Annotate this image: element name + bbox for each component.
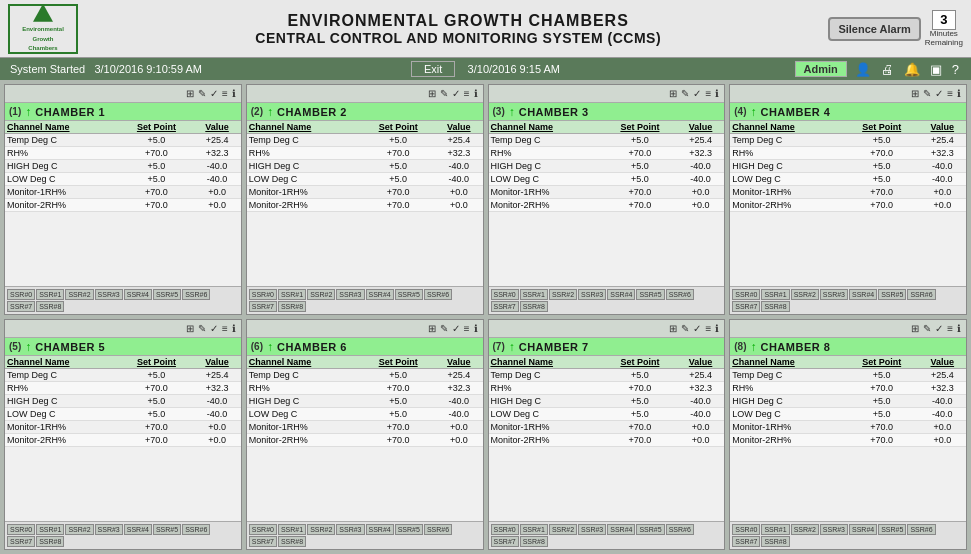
toolbar-grid-icon[interactable]: ⊞ [668, 88, 678, 99]
ssr-button[interactable]: SSR#1 [36, 524, 64, 535]
user-icon[interactable]: 👤 [853, 62, 873, 77]
toolbar-check-icon[interactable]: ✓ [209, 88, 219, 99]
ssr-button[interactable]: SSR#3 [95, 524, 123, 535]
ssr-button[interactable]: SSR#8 [761, 536, 789, 547]
ssr-button[interactable]: SSR#3 [820, 524, 848, 535]
ssr-button[interactable]: SSR#5 [153, 524, 181, 535]
ssr-button[interactable]: SSR#0 [732, 524, 760, 535]
ssr-button[interactable]: SSR#4 [849, 289, 877, 300]
chamber-name-1[interactable]: CHAMBER 1 [35, 106, 105, 118]
toolbar-grid-icon[interactable]: ⊞ [910, 88, 920, 99]
toolbar-info-icon[interactable]: ℹ [956, 323, 962, 334]
print-icon[interactable]: 🖨 [879, 62, 896, 77]
ssr-button[interactable]: SSR#0 [732, 289, 760, 300]
ssr-button[interactable]: SSR#8 [761, 301, 789, 312]
chamber-name-7[interactable]: CHAMBER 7 [519, 341, 589, 353]
toolbar-check-icon[interactable]: ✓ [451, 88, 461, 99]
toolbar-list-icon[interactable]: ≡ [704, 88, 712, 99]
ssr-button[interactable]: SSR#0 [491, 289, 519, 300]
ssr-button[interactable]: SSR#3 [578, 289, 606, 300]
toolbar-info-icon[interactable]: ℹ [956, 88, 962, 99]
ssr-button[interactable]: SSR#4 [366, 524, 394, 535]
ssr-button[interactable]: SSR#8 [520, 536, 548, 547]
window-icon[interactable]: ▣ [928, 62, 944, 77]
chamber-name-5[interactable]: CHAMBER 5 [35, 341, 105, 353]
admin-label[interactable]: Admin [795, 61, 847, 77]
ssr-button[interactable]: SSR#8 [278, 301, 306, 312]
toolbar-edit-icon[interactable]: ✎ [439, 88, 449, 99]
ssr-button[interactable]: SSR#4 [124, 524, 152, 535]
help-icon[interactable]: ? [950, 62, 961, 77]
ssr-button[interactable]: SSR#6 [424, 289, 452, 300]
ssr-button[interactable]: SSR#2 [791, 289, 819, 300]
ssr-button[interactable]: SSR#5 [878, 289, 906, 300]
ssr-button[interactable]: SSR#6 [666, 289, 694, 300]
ssr-button[interactable]: SSR#6 [666, 524, 694, 535]
ssr-button[interactable]: SSR#2 [791, 524, 819, 535]
ssr-button[interactable]: SSR#1 [520, 524, 548, 535]
ssr-button[interactable]: SSR#8 [36, 536, 64, 547]
ssr-button[interactable]: SSR#4 [607, 289, 635, 300]
toolbar-list-icon[interactable]: ≡ [946, 88, 954, 99]
ssr-button[interactable]: SSR#1 [278, 289, 306, 300]
toolbar-check-icon[interactable]: ✓ [692, 88, 702, 99]
ssr-button[interactable]: SSR#4 [607, 524, 635, 535]
toolbar-info-icon[interactable]: ℹ [231, 88, 237, 99]
toolbar-grid-icon[interactable]: ⊞ [668, 323, 678, 334]
toolbar-grid-icon[interactable]: ⊞ [427, 88, 437, 99]
ssr-button[interactable]: SSR#7 [491, 536, 519, 547]
bell-icon[interactable]: 🔔 [902, 62, 922, 77]
ssr-button[interactable]: SSR#1 [520, 289, 548, 300]
ssr-button[interactable]: SSR#7 [732, 301, 760, 312]
ssr-button[interactable]: SSR#2 [65, 289, 93, 300]
toolbar-edit-icon[interactable]: ✎ [922, 88, 932, 99]
ssr-button[interactable]: SSR#7 [491, 301, 519, 312]
toolbar-grid-icon[interactable]: ⊞ [185, 323, 195, 334]
ssr-button[interactable]: SSR#1 [36, 289, 64, 300]
toolbar-edit-icon[interactable]: ✎ [680, 88, 690, 99]
ssr-button[interactable]: SSR#5 [395, 524, 423, 535]
ssr-button[interactable]: SSR#2 [65, 524, 93, 535]
ssr-button[interactable]: SSR#1 [761, 289, 789, 300]
toolbar-info-icon[interactable]: ℹ [714, 323, 720, 334]
ssr-button[interactable]: SSR#2 [549, 289, 577, 300]
toolbar-check-icon[interactable]: ✓ [934, 323, 944, 334]
ssr-button[interactable]: SSR#4 [124, 289, 152, 300]
toolbar-edit-icon[interactable]: ✎ [922, 323, 932, 334]
toolbar-edit-icon[interactable]: ✎ [439, 323, 449, 334]
ssr-button[interactable]: SSR#3 [336, 524, 364, 535]
toolbar-info-icon[interactable]: ℹ [714, 88, 720, 99]
toolbar-grid-icon[interactable]: ⊞ [910, 323, 920, 334]
ssr-button[interactable]: SSR#6 [182, 289, 210, 300]
toolbar-grid-icon[interactable]: ⊞ [185, 88, 195, 99]
toolbar-edit-icon[interactable]: ✎ [680, 323, 690, 334]
toolbar-check-icon[interactable]: ✓ [692, 323, 702, 334]
ssr-button[interactable]: SSR#6 [424, 524, 452, 535]
ssr-button[interactable]: SSR#3 [578, 524, 606, 535]
ssr-button[interactable]: SSR#3 [820, 289, 848, 300]
toolbar-info-icon[interactable]: ℹ [231, 323, 237, 334]
exit-button[interactable]: Exit [411, 61, 455, 77]
chamber-name-2[interactable]: CHAMBER 2 [277, 106, 347, 118]
toolbar-list-icon[interactable]: ≡ [463, 323, 471, 334]
chamber-name-6[interactable]: CHAMBER 6 [277, 341, 347, 353]
ssr-button[interactable]: SSR#7 [7, 301, 35, 312]
toolbar-edit-icon[interactable]: ✎ [197, 88, 207, 99]
ssr-button[interactable]: SSR#7 [7, 536, 35, 547]
ssr-button[interactable]: SSR#0 [7, 524, 35, 535]
ssr-button[interactable]: SSR#8 [520, 301, 548, 312]
ssr-button[interactable]: SSR#0 [249, 289, 277, 300]
ssr-button[interactable]: SSR#6 [182, 524, 210, 535]
ssr-button[interactable]: SSR#4 [849, 524, 877, 535]
ssr-button[interactable]: SSR#7 [249, 536, 277, 547]
ssr-button[interactable]: SSR#2 [307, 524, 335, 535]
ssr-button[interactable]: SSR#3 [336, 289, 364, 300]
toolbar-grid-icon[interactable]: ⊞ [427, 323, 437, 334]
chamber-name-8[interactable]: CHAMBER 8 [760, 341, 830, 353]
ssr-button[interactable]: SSR#1 [278, 524, 306, 535]
ssr-button[interactable]: SSR#4 [366, 289, 394, 300]
ssr-button[interactable]: SSR#0 [491, 524, 519, 535]
toolbar-list-icon[interactable]: ≡ [221, 88, 229, 99]
toolbar-check-icon[interactable]: ✓ [451, 323, 461, 334]
toolbar-info-icon[interactable]: ℹ [473, 88, 479, 99]
